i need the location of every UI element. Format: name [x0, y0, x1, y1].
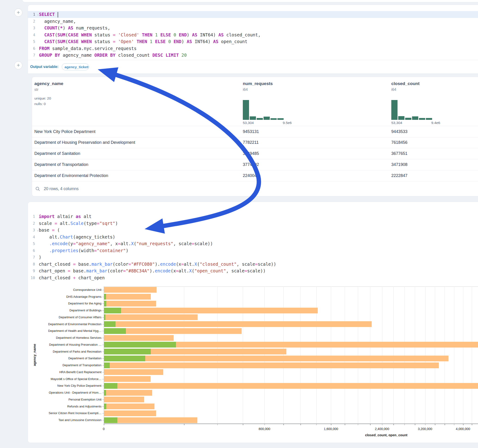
line-number: 5: [28, 38, 39, 45]
line-number: 2: [28, 220, 39, 227]
histogram-bar: [398, 116, 404, 120]
output-variable-row: Output variable: agency_tickets: [28, 60, 478, 74]
table-cell: 3749485: [243, 148, 259, 159]
column-type: i64: [243, 87, 248, 92]
code-text: chart_closed + chart_open: [39, 274, 477, 281]
code-line[interactable]: 4 CAST(SUM(CASE WHEN status = 'Closed' T…: [28, 31, 478, 38]
histogram-max-label: 9.5e6: [283, 121, 292, 125]
code-line[interactable]: 5 CAST(SUM(CASE WHEN status = 'Open' THE…: [28, 38, 478, 45]
python-code-editor[interactable]: 1import altair as alt2scale = alt.Scale(…: [28, 213, 477, 281]
table-cell: Department of Housing Preservation and D…: [34, 137, 135, 148]
histogram-bar: [405, 118, 411, 120]
code-line[interactable]: 1⌄SELECT: [28, 11, 478, 18]
code-line[interactable]: 2 agency_name,: [28, 18, 478, 25]
histogram-range-labels: 53,3049.5e6: [243, 121, 292, 125]
table-cell: 7618456: [391, 137, 408, 148]
code-line[interactable]: 1import altair as alt: [28, 213, 477, 220]
table-cell: Department of Transportation: [34, 159, 88, 170]
column-histogram: [243, 100, 284, 120]
notebook-page: + + 1⌄SELECT 2 agency_name,3 COUNT(*) AS…: [0, 0, 478, 448]
histogram-max-label: 9.4e6: [431, 121, 440, 125]
search-icon[interactable]: [35, 187, 40, 191]
column-header: closed_count: [391, 81, 419, 86]
code-text: GROUP BY agency_name ORDER BY closed_cou…: [39, 52, 478, 59]
histogram-bar: [426, 118, 432, 120]
line-number: 7: [28, 254, 39, 261]
line-number: 7: [28, 52, 39, 59]
line-number: 6: [28, 45, 39, 52]
histogram-bar: [419, 118, 425, 120]
table-cell: New York City Police Department: [34, 126, 95, 137]
column-type: i64: [391, 87, 396, 92]
code-line[interactable]: 3 COUNT(*) AS num_requests,: [28, 25, 478, 31]
column-header: agency_name: [34, 81, 63, 86]
code-line[interactable]: 7GROUP BY agency_name ORDER BY closed_co…: [28, 52, 478, 59]
code-text: chart_closed = base.mark_bar(color="#FFC…: [39, 261, 477, 268]
histogram-min-label: 53,304: [391, 121, 402, 125]
table-row: Department of Housing Preservation and D…: [32, 137, 478, 148]
add-cell-button[interactable]: +: [14, 8, 22, 17]
code-text: base = (: [39, 227, 477, 234]
code-text: ): [39, 254, 477, 261]
table-cell: 3677651: [391, 148, 408, 159]
histogram-bar: [412, 116, 418, 120]
table-cell: 7782211: [243, 137, 259, 148]
column-histogram: [391, 100, 433, 120]
line-number: 9: [28, 268, 39, 274]
fold-chevron-icon[interactable]: ⌄: [37, 11, 39, 18]
table-cell: 9453131: [243, 126, 259, 137]
histogram-min-label: 53,304: [243, 121, 254, 125]
sql-code-editor[interactable]: 1⌄SELECT 2 agency_name,3 COUNT(*) AS num…: [28, 11, 478, 59]
table-row: Department of Sanitation37494853677651: [32, 148, 478, 159]
table-cell: 3471908: [391, 159, 408, 170]
histogram-range-labels: 53,3049.4e6: [391, 121, 440, 125]
code-line[interactable]: 9chart_open = base.mark_bar(color="#8BC3…: [28, 268, 477, 274]
line-number: 5: [28, 240, 39, 247]
table-cell: 2222847: [391, 170, 408, 181]
line-number: 3⌄: [28, 227, 39, 234]
code-line[interactable]: 6FROM sample_data.nyc.service_requests: [28, 45, 478, 52]
code-text: scale = alt.Scale(type="sqrt"): [39, 220, 477, 227]
code-text: CAST(SUM(CASE WHEN status = 'Open' THEN …: [39, 38, 478, 45]
code-text: SELECT: [39, 11, 478, 18]
line-number: 3: [28, 25, 39, 31]
code-text: .encode(y="agency_name", x=alt.X("num_re…: [39, 240, 477, 247]
histogram-bar: [243, 100, 249, 120]
line-number: 4: [28, 31, 39, 38]
output-variable-pill[interactable]: agency_tickets: [62, 63, 89, 70]
table-footer: 20 rows, 4 columns: [32, 181, 478, 197]
column-stat: unique: 20: [34, 96, 51, 100]
line-number: 10: [28, 274, 39, 281]
line-number: 8: [28, 261, 39, 268]
result-table: agency_namestrunique: 20nulls: 0num_requ…: [32, 77, 478, 196]
text-caret: [58, 12, 58, 18]
code-line[interactable]: 10chart_closed + chart_open: [28, 274, 477, 281]
code-line[interactable]: 7): [28, 254, 477, 261]
row-count-status: 20 rows, 4 columns: [44, 187, 79, 191]
table-row: Department of Environmental Protection22…: [32, 170, 478, 181]
column-stat: nulls: 0: [34, 102, 46, 106]
line-number: 6: [28, 247, 39, 254]
table-cell: Department of Environmental Protection: [34, 170, 108, 181]
line-number: 2: [28, 18, 39, 25]
code-text: COUNT(*) AS num_requests,: [39, 25, 478, 31]
line-number: 1⌄: [28, 11, 39, 18]
histogram-bar: [270, 118, 277, 120]
code-text: import altair as alt: [39, 213, 477, 220]
code-line[interactable]: 4 alt.Chart(agency_tickets): [28, 234, 477, 241]
code-line[interactable]: 3⌄base = (: [28, 227, 477, 234]
code-line[interactable]: 8chart_closed = base.mark_bar(color="#FF…: [28, 261, 477, 268]
fold-chevron-icon[interactable]: ⌄: [37, 227, 38, 234]
code-text: agency_name,: [39, 18, 478, 25]
column-type: str: [34, 87, 38, 92]
previous-cell-edge: [22, 0, 478, 2]
table-cell: 3774892: [243, 159, 259, 170]
add-cell-button[interactable]: +: [14, 61, 22, 69]
code-line[interactable]: 5 .encode(y="agency_name", x=alt.X("num_…: [28, 240, 477, 247]
table-row: New York City Police Department945313194…: [32, 126, 478, 137]
histogram-bar: [391, 100, 397, 120]
histogram-bar: [257, 118, 263, 120]
code-line[interactable]: 6 .properties(width="container"): [28, 247, 477, 254]
column-header: num_requests: [243, 81, 273, 86]
code-line[interactable]: 2scale = alt.Scale(type="sqrt"): [28, 220, 477, 227]
